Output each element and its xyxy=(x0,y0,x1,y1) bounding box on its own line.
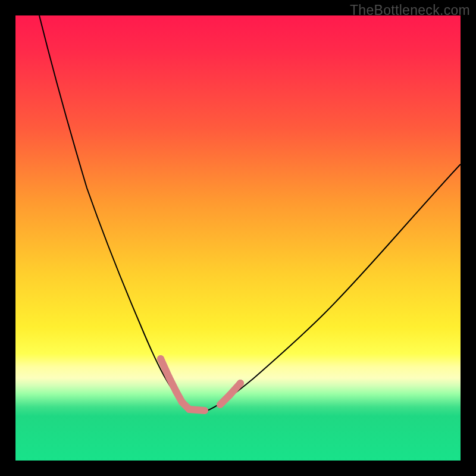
curve-left-branch xyxy=(39,15,192,411)
curve-right-branch xyxy=(206,164,461,411)
marker-dot xyxy=(157,355,164,362)
chart-plot-area xyxy=(15,15,461,461)
watermark-text: TheBottleneck.com xyxy=(350,2,470,18)
curve-svg xyxy=(15,15,461,461)
marker-dot xyxy=(237,380,244,387)
marker-group xyxy=(157,355,244,411)
marker-seg xyxy=(189,409,205,411)
